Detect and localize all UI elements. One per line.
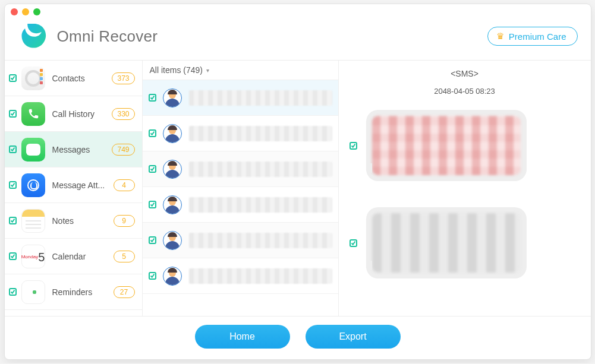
checkbox[interactable] <box>143 94 163 102</box>
thread-list <box>143 80 338 316</box>
checkbox[interactable] <box>5 288 21 296</box>
filter-label: All items (749) <box>150 65 203 75</box>
thread-row[interactable] <box>143 258 338 294</box>
calendar-day: 5 <box>38 251 45 263</box>
close-window-button[interactable] <box>11 8 18 15</box>
premium-label: Premium Care <box>509 31 566 42</box>
checkbox[interactable] <box>143 272 163 280</box>
window-controls <box>11 8 40 15</box>
checkbox[interactable] <box>347 142 360 150</box>
sidebar-item-reminders[interactable]: Reminders 27 <box>5 274 142 310</box>
app-logo-icon <box>18 21 49 52</box>
message-row <box>347 207 577 278</box>
sidebar-item-count: 330 <box>112 108 134 120</box>
checkbox[interactable] <box>143 236 163 244</box>
message-attachments-icon <box>21 173 45 197</box>
sidebar-item-message-attachments[interactable]: Message Att... 4 <box>5 167 142 203</box>
sidebar-item-label: Message Att... <box>52 181 114 190</box>
checkbox[interactable] <box>5 252 21 260</box>
zoom-window-button[interactable] <box>33 8 40 15</box>
reminders-icon <box>21 280 45 304</box>
header: Omni Recover ♛ Premium Care <box>5 16 591 61</box>
sidebar-item-calendar[interactable]: Monday 5 Calendar 5 <box>5 239 142 274</box>
home-button[interactable]: Home <box>195 325 290 349</box>
contacts-icon <box>21 67 45 90</box>
checkbox[interactable] <box>143 201 163 208</box>
checkbox[interactable] <box>143 129 163 137</box>
message-bubble[interactable] <box>366 110 527 181</box>
checkbox[interactable] <box>5 74 21 82</box>
filter-dropdown[interactable]: All items (749) ▾ <box>143 61 338 80</box>
conversation-timestamp: 2048-04-05 08:23 <box>339 87 591 96</box>
messages-icon <box>21 138 45 162</box>
sidebar-item-count: 5 <box>114 251 135 262</box>
sidebar: Contacts 373 Call History 330 Messages 7… <box>5 61 143 316</box>
thread-row[interactable] <box>143 223 338 258</box>
redacted-content <box>189 126 332 141</box>
sidebar-item-label: Messages <box>52 145 112 154</box>
app-title: Omni Recover <box>57 27 158 46</box>
chevron-down-icon: ▾ <box>206 67 209 74</box>
sidebar-item-label: Call History <box>52 109 112 119</box>
thread-list-pane: All items (749) ▾ <box>143 61 339 316</box>
calendar-dow: Monday <box>21 255 38 259</box>
sidebar-item-count: 749 <box>112 144 134 156</box>
conversation-type-label: <SMS> <box>339 69 591 78</box>
checkbox[interactable] <box>143 165 163 173</box>
thread-row[interactable] <box>143 151 338 187</box>
sidebar-item-call-history[interactable]: Call History 330 <box>5 96 142 132</box>
avatar-icon <box>163 195 182 214</box>
conversation-pane: <SMS> 2048-04-05 08:23 <box>339 61 591 316</box>
minimize-window-button[interactable] <box>22 8 29 15</box>
thread-row[interactable] <box>143 187 338 223</box>
sidebar-item-label: Contacts <box>52 74 112 83</box>
avatar-icon <box>163 88 182 107</box>
sidebar-item-count: 4 <box>114 179 135 191</box>
sidebar-item-count: 9 <box>114 215 135 227</box>
redacted-content <box>189 268 332 284</box>
notes-icon <box>21 209 45 233</box>
checkbox[interactable] <box>5 217 21 224</box>
thread-row[interactable] <box>143 116 338 151</box>
premium-care-button[interactable]: ♛ Premium Care <box>487 27 578 46</box>
redacted-content <box>189 162 332 177</box>
sidebar-item-label: Notes <box>52 216 114 226</box>
sidebar-item-count: 373 <box>112 72 134 84</box>
app-window: Omni Recover ♛ Premium Care Contacts 373… <box>4 4 591 360</box>
export-button[interactable]: Export <box>306 325 401 349</box>
thread-row[interactable] <box>143 80 338 116</box>
checkbox[interactable] <box>5 145 21 153</box>
avatar-icon <box>163 160 182 179</box>
sidebar-item-contacts[interactable]: Contacts 373 <box>5 61 142 96</box>
sidebar-item-label: Reminders <box>52 287 114 297</box>
crown-icon: ♛ <box>496 31 504 42</box>
avatar-icon <box>163 267 182 286</box>
checkbox[interactable] <box>5 181 21 189</box>
avatar-icon <box>163 231 182 250</box>
checkbox[interactable] <box>5 110 21 118</box>
message-row <box>347 110 577 181</box>
sidebar-item-notes[interactable]: Notes 9 <box>5 203 142 239</box>
conversation-header: <SMS> 2048-04-05 08:23 <box>339 61 591 99</box>
redacted-content <box>189 197 332 213</box>
main-body: Contacts 373 Call History 330 Messages 7… <box>5 61 591 316</box>
redacted-content <box>189 90 332 106</box>
footer: Home Export <box>5 316 591 359</box>
brand: Omni Recover <box>18 21 158 52</box>
conversation-bubbles <box>339 99 591 316</box>
call-history-icon <box>21 102 45 126</box>
avatar-icon <box>163 124 182 143</box>
sidebar-item-label: Calendar <box>52 252 114 261</box>
checkbox[interactable] <box>347 239 360 247</box>
sidebar-item-messages[interactable]: Messages 749 <box>5 132 142 167</box>
redacted-content <box>189 233 332 248</box>
titlebar <box>5 4 591 16</box>
message-bubble[interactable] <box>366 207 527 278</box>
sidebar-item-count: 27 <box>114 286 135 298</box>
calendar-icon: Monday 5 <box>21 245 45 268</box>
